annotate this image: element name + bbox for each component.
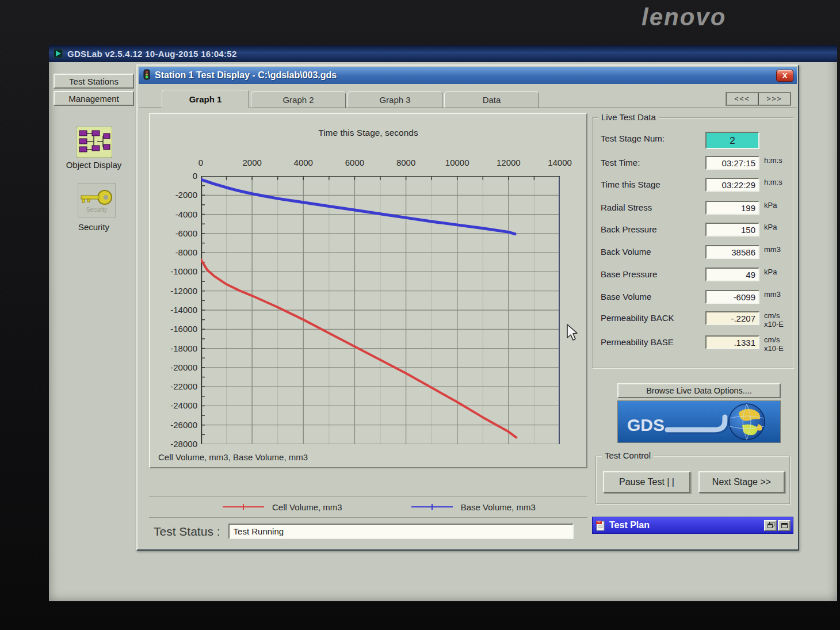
test-display-window: Station 1 Test Display - C:\gdslab\003.g…	[136, 64, 799, 551]
tab-data[interactable]: Data	[444, 91, 539, 108]
tab-strip: Graph 1 Graph 2 Graph 3 Data	[139, 89, 797, 108]
live-data-unit: h:m:s	[764, 178, 794, 187]
close-button[interactable]: X	[776, 70, 793, 82]
app-title: GDSLab v2.5.4.12 10-Aug-2015 16:04:52	[67, 49, 237, 59]
security-icon[interactable]: Security	[78, 183, 116, 220]
gds-logo-banner[interactable]: GDS	[617, 400, 781, 443]
live-data-unit: kPa	[764, 201, 794, 210]
y-tick-label: -18000	[155, 343, 197, 353]
series-base-volume	[201, 180, 515, 234]
maximize-window-button[interactable]	[778, 520, 791, 531]
pause-test-button[interactable]: Pause Test | |	[603, 471, 690, 493]
live-data-value-field: -6099	[705, 290, 759, 304]
live-test-data-title: Live Test Data	[598, 112, 659, 122]
y-tick-label: -24000	[155, 400, 197, 410]
graph-panel: Time this Stage, seconds 020004000600080…	[149, 113, 587, 468]
test-plan-title: Test Plan	[609, 520, 763, 530]
restore-window-button[interactable]	[764, 520, 777, 531]
y-tick-label: -22000	[155, 381, 197, 391]
chart-legend: Cell Volume, mm3 Base Volume, mm3	[149, 496, 587, 518]
x-tick-label: 2000	[232, 158, 272, 167]
live-data-unit: kPa	[764, 268, 794, 277]
live-data-label: Back Volume	[601, 247, 651, 257]
y-tick-label: -14000	[155, 305, 197, 315]
y-tick-label: -8000	[155, 247, 197, 257]
test-status-row: Test Status : Test Running	[149, 524, 574, 539]
live-data-unit: kPa	[764, 223, 794, 232]
live-data-unit: mm3	[764, 291, 794, 299]
next-stage-button[interactable]: Next Stage >>	[698, 471, 785, 493]
y-tick-label: -4000	[155, 209, 197, 219]
app-icon	[54, 49, 63, 58]
live-data-value-field: 150	[705, 223, 759, 236]
sidebar-button-test-stations[interactable]: Test Stations	[54, 74, 134, 89]
prev-page-button[interactable]: <<<	[726, 93, 758, 105]
live-data-label: Permeability BASE	[601, 337, 674, 347]
live-test-data-group: Live Test Data Test Stage Num:2Test Time…	[592, 117, 793, 368]
test-control-group: Test Control Pause Test | | Next Stage >…	[595, 456, 790, 504]
sidebar-button-management[interactable]: Management	[54, 91, 134, 106]
test-control-title: Test Control	[602, 450, 654, 460]
live-data-value-field: -.2207	[705, 311, 759, 325]
window-titlebar: Station 1 Test Display - C:\gdslab\003.g…	[139, 67, 797, 84]
sidebar-item-object-display[interactable]: Object Display	[49, 160, 139, 170]
x-tick-label: 0	[181, 158, 221, 167]
y-tick-label: 0	[155, 171, 197, 181]
chart-plot-area	[201, 176, 560, 444]
live-data-row: Base Pressure49kPa	[593, 268, 793, 282]
legend-label: Base Volume, mm3	[461, 502, 536, 512]
x-tick-label: 14000	[540, 158, 580, 167]
live-data-row: Test Time:03:27:15h:m:s	[593, 156, 793, 171]
tab-nav: <<< >>>	[726, 92, 791, 106]
y-tick-label: -6000	[155, 228, 197, 238]
y-tick-label: -12000	[155, 286, 197, 296]
live-data-value-field: 49	[705, 268, 759, 281]
gds-logo-text: GDS	[627, 415, 665, 434]
x-tick-label: 12000	[488, 158, 529, 167]
legend-label: Cell Volume, mm3	[272, 502, 342, 512]
next-page-button[interactable]: >>>	[758, 93, 791, 105]
y-tick-label: -16000	[155, 324, 197, 334]
live-data-label: Back Pressure	[601, 224, 657, 234]
live-data-row: Base Volume-6099mm3	[593, 290, 793, 305]
app-titlebar: GDSLab v2.5.4.12 10-Aug-2015 16:04:52	[49, 45, 837, 62]
right-panel: Live Test Data Test Stage Num:2Test Time…	[592, 114, 793, 540]
live-data-unit: h:m:s	[764, 156, 794, 165]
y-tick-label: -26000	[155, 420, 197, 430]
live-data-row: Permeability BACK-.2207cm/s x10-E	[593, 311, 793, 326]
live-data-unit: cm/s x10-E	[764, 336, 794, 353]
test-plan-titlebar[interactable]: Test Plan	[592, 517, 793, 534]
live-data-row: Radial Stress199kPa	[593, 201, 793, 216]
test-status-label: Test Status :	[154, 525, 220, 539]
live-data-value-field: 03:27:15	[705, 156, 759, 170]
test-status-field: Test Running	[228, 524, 574, 539]
live-data-label: Test Time:	[601, 158, 640, 167]
legend-line-blue	[411, 503, 453, 510]
tab-graph-1[interactable]: Graph 1	[162, 90, 249, 108]
screen: GDSLab v2.5.4.12 10-Aug-2015 16:04:52 Te…	[49, 45, 837, 601]
live-data-row: Test Stage Num:2	[593, 132, 793, 147]
y-tick-label: -20000	[155, 362, 197, 372]
live-data-value-field: 199	[705, 201, 759, 215]
object-display-icon[interactable]	[77, 127, 112, 160]
svg-text:Security: Security	[86, 207, 107, 213]
legend-line-red	[223, 503, 264, 510]
live-data-unit: mm3	[764, 246, 794, 254]
y-tick-label: -2000	[155, 190, 197, 200]
live-data-label: Test Stage Num:	[601, 133, 665, 143]
tab-graph-3[interactable]: Graph 3	[348, 91, 442, 108]
live-data-label: Permeability BACK	[601, 313, 674, 323]
live-data-row: Permeability BASE.1331cm/s x10-E	[593, 335, 793, 350]
sidebar-item-security[interactable]: Security	[49, 222, 139, 232]
y-tick-label: -10000	[155, 266, 197, 276]
browse-live-data-options-button[interactable]: Browse Live Data Options....	[617, 383, 781, 398]
monitor: lenovo GDSLab v2.5.4.12 10-Aug-2015 16:0…	[0, 0, 840, 630]
x-axis-title: Time this Stage, seconds	[150, 128, 586, 138]
y-axis-label: Cell Volume, mm3, Base Volume, mm3	[158, 452, 308, 462]
live-data-label: Base Pressure	[601, 269, 657, 279]
y-tick-label: -28000	[155, 439, 197, 449]
live-data-row: Time this Stage03:22:29h:m:s	[593, 178, 793, 193]
live-data-label: Base Volume	[601, 292, 651, 301]
tab-graph-2[interactable]: Graph 2	[251, 91, 346, 108]
live-data-unit: cm/s x10-E	[764, 312, 794, 329]
